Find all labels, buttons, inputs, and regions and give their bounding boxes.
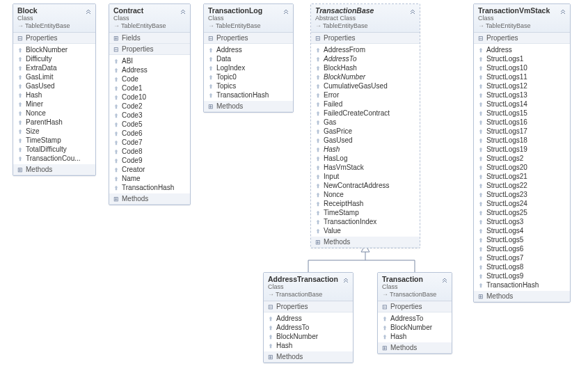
property-item[interactable]: ABI: [109, 56, 190, 65]
property-item[interactable]: TimeStamp: [311, 208, 420, 217]
section-methods[interactable]: ⊞Methods: [109, 193, 190, 205]
collapse-icon[interactable]: ⊟: [17, 35, 23, 42]
section-properties[interactable]: ⊟Properties: [311, 33, 420, 44]
expand-icon[interactable]: ⊞: [478, 293, 484, 300]
property-item[interactable]: StructLogs7: [474, 253, 570, 262]
property-item[interactable]: TransactionHash: [109, 183, 190, 192]
property-item[interactable]: StructLogs15: [474, 109, 570, 118]
property-item[interactable]: Hash: [13, 90, 95, 100]
class-transactionlog[interactable]: TransactionLogClass→TableEntityBase⊟Prop…: [203, 3, 294, 113]
property-item[interactable]: TransactionHash: [204, 90, 293, 100]
property-item[interactable]: StructLogs22: [474, 181, 570, 190]
property-item[interactable]: Difficulty: [13, 54, 95, 63]
section-methods[interactable]: ⊞Methods: [311, 237, 420, 248]
property-item[interactable]: StructLogs8: [474, 262, 570, 271]
property-item[interactable]: StructLogs14: [474, 100, 570, 109]
property-item[interactable]: TimeStamp: [13, 136, 95, 145]
section-methods[interactable]: ⊞Methods: [264, 351, 353, 363]
property-item[interactable]: StructLogs23: [474, 190, 570, 199]
property-item[interactable]: GasLimit: [13, 72, 95, 81]
section-methods[interactable]: ⊞Methods: [474, 291, 570, 302]
property-item[interactable]: StructLogs2: [474, 154, 570, 163]
property-item[interactable]: BlockNumber: [311, 72, 420, 81]
property-item[interactable]: StructLogs1: [474, 54, 570, 63]
collapse-chevron-icon[interactable]: [408, 7, 417, 17]
property-item[interactable]: Address: [474, 45, 570, 54]
property-item[interactable]: StructLogs3: [474, 217, 570, 226]
property-item[interactable]: BlockNumber: [264, 332, 353, 341]
expand-icon[interactable]: ⊞: [113, 196, 119, 203]
property-item[interactable]: StructLogs12: [474, 81, 570, 90]
collapse-chevron-icon[interactable]: [282, 7, 290, 17]
property-item[interactable]: LogIndex: [204, 63, 293, 72]
property-item[interactable]: Nonce: [311, 190, 420, 199]
section-methods[interactable]: ⊞Methods: [378, 342, 452, 354]
class-header[interactable]: TransactionLogClass→TableEntityBase: [204, 4, 293, 33]
property-item[interactable]: Name: [109, 174, 190, 183]
class-contract[interactable]: ContractClass→TableEntityBase⊞Fields⊟Pro…: [109, 3, 191, 205]
class-header[interactable]: ContractClass→TableEntityBase: [109, 4, 190, 33]
property-item[interactable]: Address: [264, 314, 353, 323]
section-properties[interactable]: ⊟Properties: [13, 33, 95, 44]
expand-icon[interactable]: ⊞: [382, 344, 388, 351]
section-properties[interactable]: ⊟Properties: [264, 301, 353, 312]
property-item[interactable]: Topics: [204, 81, 293, 90]
class-block[interactable]: BlockClass→TableEntityBase⊟PropertiesBlo…: [13, 3, 96, 176]
property-item[interactable]: Input: [311, 172, 420, 181]
class-header[interactable]: TransactionVmStackClass→TableEntityBase: [474, 4, 570, 33]
property-item[interactable]: HasLog: [311, 154, 420, 163]
property-item[interactable]: NewContractAddress: [311, 181, 420, 190]
property-item[interactable]: Nonce: [13, 109, 95, 118]
expand-icon[interactable]: ⊞: [113, 35, 119, 42]
property-item[interactable]: FailedCreateContract: [311, 109, 420, 118]
property-item[interactable]: TransactionCou...: [13, 154, 95, 163]
section-methods[interactable]: ⊞Methods: [13, 164, 95, 175]
collapse-chevron-icon[interactable]: [179, 7, 187, 17]
property-item[interactable]: ParentHash: [13, 118, 95, 127]
property-item[interactable]: Error: [311, 90, 420, 100]
property-item[interactable]: StructLogs9: [474, 271, 570, 280]
collapse-icon[interactable]: ⊟: [113, 46, 119, 53]
property-item[interactable]: TotalDifficulty: [13, 145, 95, 154]
expand-icon[interactable]: ⊞: [315, 239, 321, 246]
property-item[interactable]: Code7: [109, 138, 190, 147]
property-item[interactable]: StructLogs17: [474, 127, 570, 136]
property-item[interactable]: AddressTo: [311, 54, 420, 63]
property-item[interactable]: CumulativeGasUsed: [311, 81, 420, 90]
property-item[interactable]: StructLogs24: [474, 199, 570, 208]
expand-icon[interactable]: ⊞: [17, 166, 23, 173]
class-transactionbase[interactable]: TransactionBaseAbstract Class→TableEntit…: [310, 3, 420, 248]
property-item[interactable]: Value: [311, 226, 420, 235]
property-item[interactable]: Code5: [109, 120, 190, 129]
section-methods[interactable]: ⊞Methods: [204, 101, 293, 112]
property-item[interactable]: Hash: [264, 341, 353, 350]
property-item[interactable]: TransactionHash: [474, 280, 570, 289]
class-header[interactable]: BlockClass→TableEntityBase: [13, 4, 95, 33]
section-properties[interactable]: ⊟Properties: [378, 301, 452, 312]
property-item[interactable]: Hash: [311, 145, 420, 154]
class-addresstransaction[interactable]: AddressTransactionClass→TransactionBase⊟…: [263, 272, 353, 363]
section-fields[interactable]: ⊞Fields: [109, 33, 190, 44]
collapse-icon[interactable]: ⊟: [478, 35, 484, 42]
property-item[interactable]: StructLogs21: [474, 172, 570, 181]
collapse-chevron-icon[interactable]: [84, 7, 93, 17]
property-item[interactable]: StructLogs5: [474, 235, 570, 244]
property-item[interactable]: Code10: [109, 93, 190, 102]
property-item[interactable]: TransactionIndex: [311, 217, 420, 226]
property-item[interactable]: Failed: [311, 100, 420, 109]
property-item[interactable]: Creator: [109, 165, 190, 174]
property-item[interactable]: StructLogs16: [474, 118, 570, 127]
property-item[interactable]: Address: [109, 65, 190, 74]
collapse-icon[interactable]: ⊟: [268, 303, 273, 310]
class-header[interactable]: TransactionBaseAbstract Class→TableEntit…: [311, 4, 420, 33]
section-properties[interactable]: ⊟Properties: [204, 33, 293, 44]
property-item[interactable]: Hash: [378, 332, 452, 341]
property-item[interactable]: BlockHash: [311, 63, 420, 72]
property-item[interactable]: Miner: [13, 100, 95, 109]
property-item[interactable]: Code2: [109, 102, 190, 111]
collapse-icon[interactable]: ⊟: [208, 35, 214, 42]
collapse-icon[interactable]: ⊟: [382, 303, 388, 310]
property-item[interactable]: AddressTo: [378, 314, 452, 323]
property-item[interactable]: StructLogs10: [474, 63, 570, 72]
property-item[interactable]: StructLogs11: [474, 72, 570, 81]
